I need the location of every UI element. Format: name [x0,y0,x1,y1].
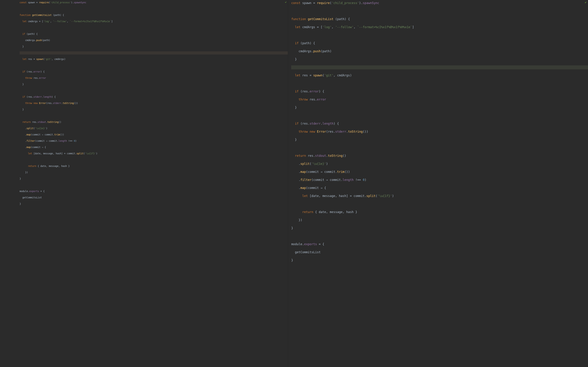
code-line[interactable]: module.exports = { [291,242,588,246]
code-line[interactable]: throw res.error [20,76,288,80]
code-line[interactable]: function getCommitsList (path) { [20,14,288,17]
code-line[interactable]: } [291,106,588,109]
code-line[interactable]: let cmdArgs = ['log', '--follow', `--for… [291,25,588,29]
code-line[interactable]: getCommitsList [291,250,588,254]
code-line[interactable]: let [date, message, hash] = commit.split… [20,152,288,155]
code-line[interactable]: } [20,177,288,180]
code-line[interactable]: } [291,258,588,262]
code-line[interactable]: .split('\u{1e}') [291,162,588,166]
code-line[interactable]: .map(commit ⇒ { [291,186,588,190]
code-line[interactable]: cmdArgs.push(path) [291,49,588,53]
code-line[interactable]: if (path) { [20,33,288,36]
code-line[interactable]: } [291,226,588,230]
code-line[interactable] [291,9,588,13]
code-line[interactable]: }) [291,218,588,222]
code-line[interactable]: function getCommitsList (path) { [291,17,588,21]
code-line[interactable]: } [291,138,588,142]
code-line[interactable]: if (path) { [291,41,588,45]
code-line[interactable] [20,114,288,117]
code-line[interactable] [20,26,288,29]
code-line[interactable]: throw new Error(res.stderr.toString()) [20,102,288,105]
code-line[interactable]: }) [20,171,288,174]
code-line[interactable]: if (res.error) { [20,70,288,73]
code-line[interactable]: return res.stdout.toString() [291,154,588,158]
code-line[interactable]: } [291,57,588,61]
diff-pane-left[interactable]: ✔ const spawn = require('child_process')… [0,0,288,367]
code-line[interactable]: if (res.error) { [291,90,588,93]
code-line[interactable] [20,51,288,55]
code-editor-left[interactable]: const spawn = require('child_process').s… [20,0,288,216]
code-line[interactable]: module.exports = { [20,190,288,193]
accept-change-icon[interactable]: ✔ [285,1,286,3]
accept-change-icon[interactable]: ✔ [585,0,587,4]
code-line[interactable]: } [20,45,288,48]
code-line[interactable]: .map(commit ⇒ { [20,146,288,149]
code-line[interactable] [291,33,588,37]
code-line[interactable]: .filter(commit ⇒ commit.length !== 0) [20,140,288,143]
code-line[interactable]: const spawn = require('child_process').s… [291,1,588,5]
code-line[interactable]: if (res.stderr.length) { [20,95,288,99]
code-line[interactable]: let [date, message, hash] = commit.split… [291,194,588,198]
code-line[interactable] [20,158,288,161]
code-line[interactable]: .map(commit ⇒ commit.trim()) [20,133,288,136]
code-line[interactable] [291,146,588,150]
code-line[interactable]: const spawn = require('child_process').s… [20,1,288,4]
code-line[interactable]: let cmdArgs = ['log', '--follow', `--for… [20,20,288,23]
diff-view: ✔ const spawn = require('child_process')… [0,0,588,367]
code-line[interactable] [291,234,588,238]
code-editor-right[interactable]: const spawn = require('child_process').s… [291,0,588,273]
code-line[interactable] [20,89,288,92]
code-line[interactable]: return { date, message, hash } [291,210,588,214]
code-line[interactable]: throw new Error(res.stderr.toString()) [291,130,588,134]
code-line[interactable]: throw res.error [291,98,588,101]
code-line[interactable]: let res = spawn('git', cmdArgs) [20,58,288,61]
code-line[interactable]: .split('\u{1e}') [20,127,288,130]
code-line[interactable]: let res = spawn('git', cmdArgs) [291,73,588,77]
code-line[interactable]: return res.stdout.toString() [20,121,288,124]
gutter-left[interactable] [0,0,15,367]
code-line[interactable]: } [20,83,288,86]
code-line[interactable] [20,64,288,67]
code-line[interactable] [20,184,288,187]
code-line[interactable] [291,65,588,69]
code-line[interactable]: } [20,108,288,111]
code-line[interactable]: return { date, message, hash } [20,165,288,168]
code-line[interactable]: if (res.stderr.length) { [291,122,588,126]
code-line[interactable]: } [20,202,288,206]
code-line[interactable] [291,114,588,118]
code-line[interactable]: cmdArgs.push(path) [20,39,288,42]
code-line[interactable] [291,202,588,206]
code-line[interactable]: .filter(commit ⇒ commit.length !== 0) [291,178,588,182]
code-line[interactable] [20,7,288,10]
code-line[interactable] [291,82,588,85]
code-line[interactable]: .map(commit ⇒ commit.trim()) [291,170,588,174]
diff-pane-right[interactable]: ✔ const spawn = require('child_process')… [288,0,588,367]
code-line[interactable]: getCommitsList [20,196,288,199]
